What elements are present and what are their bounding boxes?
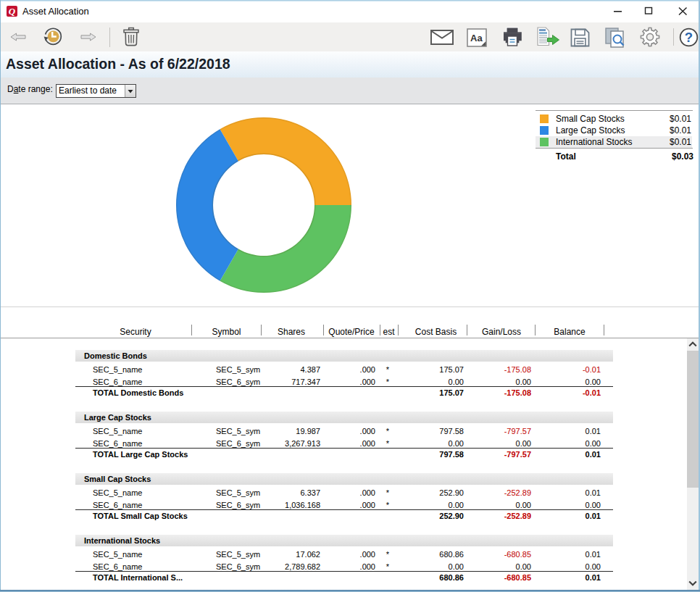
svg-text:Aa: Aa	[470, 33, 483, 43]
svg-text:?: ?	[685, 30, 693, 45]
